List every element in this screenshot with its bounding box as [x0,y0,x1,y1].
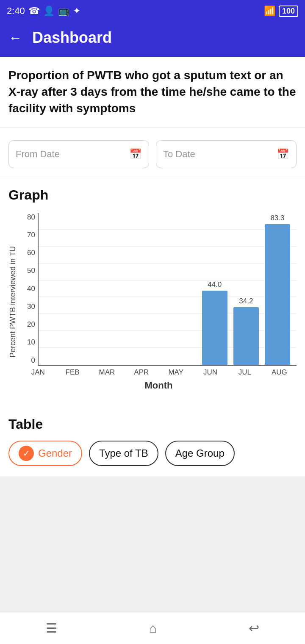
x-axis-label: APR [124,368,158,377]
y-tick: 40 [21,285,38,293]
x-axis-label: MAY [159,368,193,377]
bar [233,307,259,365]
x-axis-label: AUG [262,368,297,377]
time-display: 2:40 [7,6,25,17]
back-button[interactable]: ← [8,30,22,46]
y-tick: 70 [21,231,38,239]
y-axis-label: Percent PWTB interviewed in TU [8,246,17,358]
bar-group: 34.2 [230,213,262,365]
pill-label: Age Group [175,447,225,459]
y-tick: 60 [21,249,38,257]
x-axis-label: FEB [55,368,89,377]
bar-value-label: 44.0 [208,280,222,289]
screen-icon: 📺 [58,6,69,17]
sim-icon: ☎ [28,6,40,17]
battery-display: 100 [279,6,298,17]
back-nav-icon[interactable]: ↩ [249,621,259,636]
filter-pill[interactable]: Type of TB [89,441,158,466]
chart-inner: 01020304050607080 44.034.283.3 JANFEBMAR… [21,213,297,391]
filter-pills: ✓GenderType of TBAge Group [8,441,297,466]
bar-value-label: 83.3 [270,214,284,222]
bars-wrapper: 44.034.283.3 [38,213,297,366]
from-date-calendar-icon: 📅 [129,148,142,160]
wifi-icon: 📶 [264,6,275,17]
app-header: ← Dashboard [0,22,305,57]
y-tick: 30 [21,303,38,311]
x-axis-label: JAN [21,368,55,377]
home-icon[interactable]: ⌂ [149,621,157,636]
pill-check-icon: ✓ [19,446,34,461]
pill-label: Type of TB [99,447,148,459]
from-date-input[interactable]: From Date 📅 [8,140,149,168]
to-date-placeholder: To Date [163,149,195,160]
bar-group [73,213,105,365]
bar-group [105,213,136,365]
y-tick: 20 [21,320,38,329]
y-tick: 10 [21,338,38,347]
pill-label: Gender [38,447,72,459]
to-date-calendar-icon: 📅 [277,148,289,160]
to-date-input[interactable]: To Date 📅 [156,140,297,168]
x-axis-label: JUN [193,368,227,377]
bars-row: 44.034.283.3 [39,213,297,365]
x-axis-label: JUL [227,368,262,377]
main-content: Proportion of PWTB who got a sputum text… [0,57,305,476]
table-section-title: Table [8,416,297,432]
y-axis-ticks: 01020304050607080 [21,213,38,366]
y-tick: 50 [21,266,38,275]
bar-value-label: 34.2 [239,297,253,305]
y-tick: 0 [21,356,38,365]
wrench-icon: ✦ [73,6,80,17]
bar [202,291,227,365]
status-bar-left: 2:40 ☎ 👤 📺 ✦ [7,6,80,17]
bar-group: 44.0 [199,213,230,365]
y-tick: 80 [21,213,38,222]
bar-group [136,213,167,365]
chart-container: Percent PWTB interviewed in TU 010203040… [8,213,297,391]
x-axis-labels: JANFEBMARAPRMAYJUNJULAUG [21,366,297,377]
bar-group: 83.3 [262,213,293,365]
status-bar: 2:40 ☎ 👤 📺 ✦ 📶 100 [0,0,305,22]
bar-group [42,213,73,365]
filter-pill[interactable]: ✓Gender [8,441,82,466]
status-bar-right: 📶 100 [264,6,298,17]
graph-section: Graph Percent PWTB interviewed in TU 010… [0,177,305,401]
date-filter-section: From Date 📅 To Date 📅 [0,128,305,177]
description-card: Proportion of PWTB who got a sputum text… [0,57,305,128]
page-title: Dashboard [32,29,112,47]
bar-group [168,213,199,365]
from-date-placeholder: From Date [16,149,60,160]
table-section: Table ✓GenderType of TBAge Group [0,406,305,476]
x-axis-label: MAR [90,368,124,377]
description-text: Proportion of PWTB who got a sputum text… [8,67,297,117]
bars-area: 44.034.283.3 [38,213,297,366]
person-icon: 👤 [43,6,55,17]
bottom-navigation: ☰ ⌂ ↩ [0,612,305,644]
bar [265,224,290,364]
x-axis-title: Month [21,380,297,391]
chart-plot: 01020304050607080 44.034.283.3 [21,213,297,366]
graph-section-title: Graph [8,187,297,203]
filter-pill[interactable]: Age Group [165,441,235,466]
menu-icon[interactable]: ☰ [46,621,57,636]
